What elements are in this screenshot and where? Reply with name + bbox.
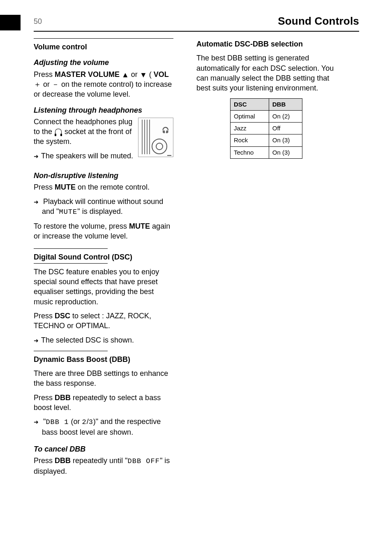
p-dbb-intro: There are three DBB settings to enhance …: [34, 368, 173, 389]
table-cell-dbb: On (3): [269, 134, 302, 146]
button-label-mute: MUTE: [55, 183, 76, 191]
right-column: Automatic DSC-DBB selection The best DBB…: [196, 38, 336, 480]
figure-headphone-jack: 🎧: [138, 118, 173, 157]
dsc-dbb-table: DSC DBB OptimalOn (2)JazzOffRockOn (3)Te…: [230, 98, 302, 159]
jack-outer-circle-icon: [152, 139, 167, 154]
p-dbb-press: Press DBB repeatedly to select a bass bo…: [34, 393, 173, 413]
text: Press: [34, 456, 55, 465]
text: " is displayed.: [77, 207, 122, 215]
result-dsc: The selected DSC is shown.: [34, 335, 173, 345]
dash-icon: [167, 155, 171, 156]
subhead-mute: Non-disruptive listening: [34, 171, 173, 181]
table-head-dbb: DBB: [269, 98, 302, 110]
table-cell-dsc: Optimal: [231, 110, 269, 122]
p-dsc-press: Press DSC to select : JAZZ, ROCK, TECHNO…: [34, 311, 173, 331]
header-rule: [34, 31, 359, 32]
button-label-dbb: DBB: [55, 456, 71, 465]
text: (or: [69, 417, 82, 426]
p-mute: Press MUTE on the remote control.: [34, 182, 173, 192]
side-language-tab: [0, 15, 21, 30]
section-rule: [34, 263, 108, 264]
section-title-auto-dsc-dbb: Automatic DSC-DBB selection: [196, 39, 336, 49]
table-cell-dbb: On (3): [269, 146, 302, 158]
left-column: Volume control Adjusting the volume Pres…: [34, 38, 173, 480]
p-headphones: Connect the headphones plug to the socke…: [34, 117, 134, 147]
headphones-icon: 🎧: [162, 126, 169, 134]
text: To restore the volume, press: [34, 222, 129, 230]
button-label-dsc: DSC: [55, 312, 70, 320]
table-row: OptimalOn (2): [231, 110, 302, 122]
text: repeatedly until ": [71, 456, 127, 465]
table-cell-dsc: Rock: [231, 134, 269, 146]
subhead-headphones: Listening through headphones: [34, 105, 173, 115]
text: Press: [34, 70, 55, 79]
table-head-dsc: DSC: [231, 98, 269, 110]
subhead-adjust-volume: Adjusting the volume: [34, 58, 173, 67]
p-adjust-volume: Press MASTER VOLUME ▲ or ▼ ( VOL ＋ or － …: [34, 70, 173, 100]
section-title-volume: Volume control: [34, 42, 173, 52]
p-auto-intro: The best DBB setting is generated automa…: [196, 53, 336, 93]
table-cell-dsc: Jazz: [231, 123, 269, 134]
text: Press: [34, 183, 55, 191]
down-arrow-icon: ▼: [140, 70, 147, 80]
up-arrow-icon: ▲: [122, 70, 129, 80]
text: Press: [34, 394, 55, 402]
display-text-dbb1: DBB 1: [46, 418, 69, 426]
button-label-mute: MUTE: [129, 222, 150, 230]
display-text-dbb-off: DBB OFF: [128, 457, 160, 465]
text: ＋ or － on the remote control) to increas…: [34, 80, 172, 98]
table-row: TechnoOn (3): [231, 146, 302, 158]
display-text-mute: MUTE: [59, 208, 77, 216]
p-cancel-dbb: Press DBB repeatedly until "DBB OFF" is …: [34, 456, 173, 476]
table-cell-dsc: Techno: [231, 146, 269, 158]
result-mute: Playback will continue without sound and…: [34, 197, 173, 217]
section-title-dbb: Dynamic Bass Boost (DBB): [34, 354, 173, 364]
subhead-cancel-dbb: To cancel DBB: [34, 444, 173, 454]
display-text-3: 3: [89, 418, 93, 426]
page-title: Sound Controls: [278, 14, 359, 28]
button-label-master-volume: MASTER VOLUME: [55, 70, 122, 79]
button-label-dbb: DBB: [55, 394, 71, 402]
section-title-dsc: Digital Sound Control (DSC): [34, 252, 173, 262]
text: (: [147, 70, 154, 79]
section-rule: [34, 351, 108, 351]
headphones-icon: [55, 129, 62, 135]
display-text-2: 2: [82, 418, 86, 426]
text: Press: [34, 312, 55, 320]
table-cell-dbb: On (2): [269, 110, 302, 122]
p-restore: To restore the volume, press MUTE again …: [34, 221, 173, 241]
table-row: RockOn (3): [231, 134, 302, 146]
button-label-vol: VOL: [154, 70, 169, 79]
text: or: [129, 70, 140, 79]
section-rule: [34, 38, 173, 39]
jack-inner-circle-icon: [156, 143, 163, 150]
result-dbb: "DBB 1 (or 2/3)" and the respective bass…: [34, 417, 173, 437]
table-row: JazzOff: [231, 123, 302, 134]
result-headphones: The speakers will be muted.: [34, 151, 134, 161]
text: on the remote control.: [76, 183, 150, 191]
page-number: 50: [34, 16, 42, 26]
p-dsc-intro: The DSC feature enables you to enjoy spe…: [34, 267, 173, 307]
section-rule: [34, 248, 108, 249]
page-header: 50 Sound Controls: [34, 14, 359, 28]
table-cell-dbb: Off: [269, 123, 302, 134]
